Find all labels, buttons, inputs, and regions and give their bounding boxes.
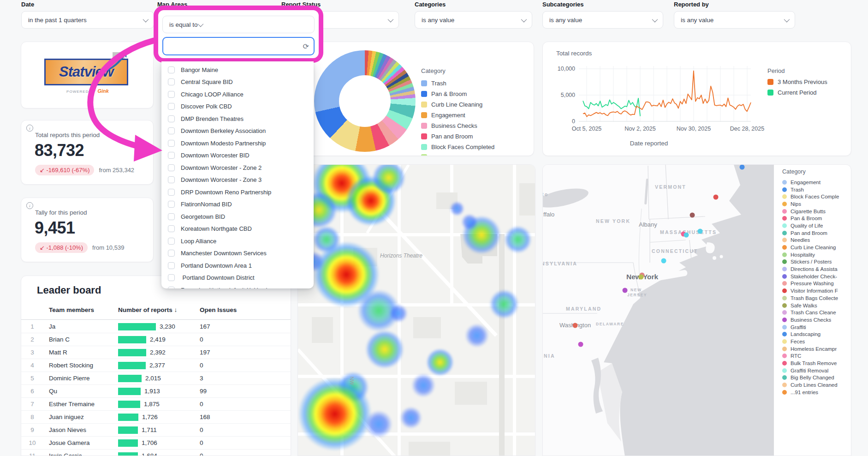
checkbox[interactable] — [168, 274, 175, 281]
option-label[interactable]: Portland Downtown District — [181, 274, 255, 281]
dropdown-option[interactable]: Loop Alliance — [161, 235, 314, 247]
dropdown-option[interactable]: Discover Polk CBD — [161, 101, 314, 113]
period-legend: Period 3 Months PreviousCurrent Period — [767, 67, 827, 100]
legend-item: Bulk Trash Remove — [782, 360, 851, 367]
reports-value: 2,419 — [150, 336, 166, 343]
dropdown-option[interactable]: Chicago LOOP Alliance — [161, 88, 314, 101]
legend-label: Nips — [791, 201, 801, 207]
column-header-number-of-reports[interactable]: Number of reports ↓ — [118, 306, 177, 313]
option-label[interactable]: Portland Downtown Area 1 — [181, 262, 252, 269]
subcategories-filter-select[interactable]: is any value — [542, 11, 663, 29]
legend-label: RTC — [791, 353, 801, 359]
dropdown-option[interactable]: Portland Downtown Area 1 — [161, 259, 314, 272]
legend-item: Curb Line Cleaning — [421, 101, 494, 108]
checkbox[interactable] — [168, 164, 175, 171]
reports-value: 2,392 — [150, 349, 166, 356]
option-label[interactable]: Central Square BID — [181, 78, 233, 85]
option-label[interactable]: Downtown Worcester - Zone 3 — [181, 176, 262, 183]
dropdown-option[interactable]: DRP Downtown Reno Partnership — [161, 186, 314, 198]
option-label[interactable]: Discover Polk CBD — [181, 103, 232, 110]
x-axis-label: Date reported — [607, 140, 690, 147]
heatmap-map[interactable]: Horizons Theatre NW — [298, 165, 535, 456]
heat-blob — [400, 407, 422, 429]
dropdown-option[interactable]: Central Square BID — [161, 76, 314, 89]
region-map[interactable]: toffaloNEW YORKAlbanyVERMONTMASSACHUSETT… — [543, 165, 774, 456]
dropdown-option[interactable]: DMP Brenden Theatres — [161, 113, 314, 125]
checkbox[interactable] — [168, 250, 175, 257]
checkbox[interactable] — [168, 176, 175, 183]
info-icon[interactable]: i — [26, 202, 33, 209]
checkbox[interactable] — [168, 201, 175, 208]
option-label[interactable]: Downtown Worcester - Zone 2 — [181, 164, 262, 171]
categories-filter-select[interactable]: is any value — [415, 11, 532, 29]
checkbox[interactable] — [168, 287, 175, 288]
legend-label: Feces — [791, 339, 805, 344]
dropdown-option[interactable]: Downtown Worcester - Zone 2 — [161, 162, 314, 174]
donut-hole — [339, 75, 391, 127]
dropdown-option[interactable]: Downtown Berkeley Association — [161, 125, 314, 138]
map-label: CONNECTICUT — [652, 248, 698, 254]
category-donut-card: Category TrashPan & BroomCurb Line Clean… — [297, 42, 534, 156]
option-label[interactable]: Manchester Downtown Services — [181, 250, 267, 257]
map-areas-operator-select[interactable]: is equal to — [162, 16, 315, 33]
option-label[interactable]: Downtown Berkeley Association — [181, 127, 266, 134]
info-icon[interactable]: i — [26, 125, 33, 132]
checkbox[interactable] — [168, 103, 175, 110]
checkbox[interactable] — [168, 140, 175, 147]
legend-item: Trash — [782, 186, 851, 193]
map-areas-search-box[interactable]: ⟳ — [162, 37, 315, 55]
option-label[interactable]: Bangor Maine — [181, 66, 218, 73]
option-label[interactable]: DMP Brenden Theatres — [181, 115, 244, 122]
dropdown-option[interactable]: Bangor Maine — [161, 64, 314, 76]
reports-bar — [118, 336, 146, 343]
reports-bar — [118, 362, 146, 369]
refresh-icon[interactable]: ⟳ — [303, 42, 309, 51]
legend-dot — [782, 209, 787, 214]
checkbox[interactable] — [168, 213, 175, 220]
checkbox[interactable] — [168, 78, 175, 85]
dropdown-option[interactable]: FlatironNomad BID — [161, 198, 314, 211]
checkbox[interactable] — [168, 115, 175, 122]
legend-label: 3 Months Previous — [778, 78, 827, 85]
checkbox[interactable] — [168, 127, 175, 134]
dropdown-option[interactable]: Koreatown Northgate CBD — [161, 223, 314, 235]
dropdown-option[interactable]: Downtown Worcester BID — [161, 150, 314, 162]
dropdown-option[interactable]: Downtown Worcester - Zone 3 — [161, 174, 314, 186]
map-areas-search-input[interactable] — [168, 43, 303, 50]
legend-swatch — [421, 154, 427, 156]
dropdown-option[interactable]: Downtown Modesto Partnership — [161, 137, 314, 150]
open-issues-value: 0 — [200, 452, 203, 456]
option-label[interactable]: Georgetown BID — [181, 213, 225, 220]
column-header-team-members[interactable]: Team members — [49, 306, 94, 313]
dropdown-option[interactable]: Records with the default X, Y values — [161, 284, 314, 288]
option-label[interactable]: Downtown Modesto Partnership — [181, 140, 266, 147]
checkbox[interactable] — [168, 262, 175, 269]
row-rank: 9 — [28, 426, 37, 433]
option-label[interactable]: FlatironNomad BID — [181, 201, 232, 208]
option-label[interactable]: Koreatown Northgate CBD — [181, 225, 252, 232]
legend-label: Business Checks — [791, 317, 831, 323]
checkbox[interactable] — [168, 189, 175, 196]
option-label[interactable]: Downtown Worcester BID — [181, 152, 250, 159]
dropdown-option[interactable]: Manchester Downtown Services — [161, 247, 314, 260]
checkbox[interactable] — [168, 66, 175, 73]
dropdown-option[interactable]: Georgetown BID — [161, 210, 314, 223]
legend-item: Feces — [782, 338, 851, 345]
option-label[interactable]: Chicago LOOP Alliance — [181, 91, 244, 98]
option-label[interactable]: Records with the default X, Y values — [181, 287, 277, 288]
filter-label-subcategories: Subcategories — [542, 1, 584, 8]
region-map-card: toffaloNEW YORKAlbanyVERMONTMASSACHUSETT… — [542, 164, 851, 456]
checkbox[interactable] — [168, 225, 175, 232]
dropdown-option[interactable]: Portland Downtown District — [161, 272, 314, 284]
date-filter-select[interactable]: in the past 1 quarters — [21, 11, 154, 29]
checkbox[interactable] — [168, 91, 175, 98]
option-label[interactable]: Loop Alliance — [181, 238, 216, 245]
option-label[interactable]: DRP Downtown Reno Partnership — [181, 189, 271, 196]
checkbox[interactable] — [168, 238, 175, 245]
checkbox[interactable] — [168, 152, 175, 159]
reported-by-filter-select[interactable]: is any value — [674, 11, 795, 29]
heat-blob — [426, 348, 454, 376]
member-name: Juan iniguez — [49, 414, 84, 420]
heat-blob — [461, 214, 478, 230]
column-header-open-issues[interactable]: Open Issues — [200, 306, 237, 313]
